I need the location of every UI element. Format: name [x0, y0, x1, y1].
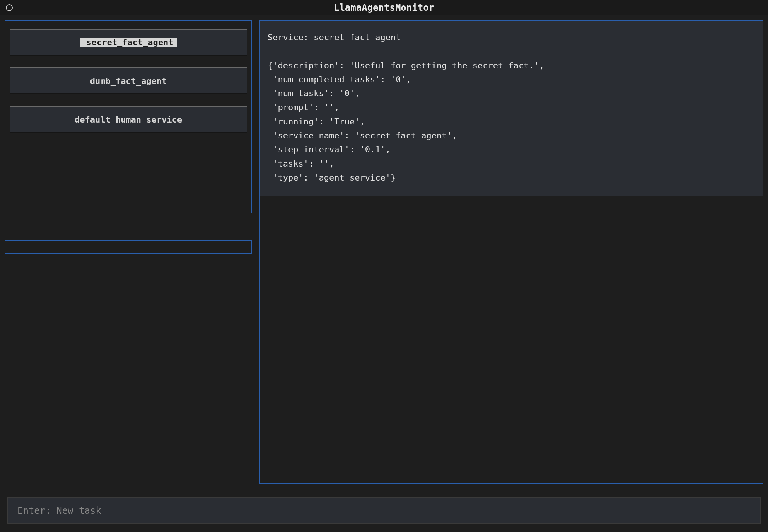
service-detail-body: {'description': 'Useful for getting the …	[268, 61, 544, 182]
service-detail: Service: secret_fact_agent {'description…	[260, 21, 763, 196]
service-label: secret_fact_agent	[80, 38, 176, 47]
new-task-input[interactable]: Enter: New task	[7, 497, 761, 524]
main-content: secret_fact_agent dumb_fact_agent defaul…	[0, 15, 768, 484]
titlebar: LlamaAgentsMonitor	[0, 0, 768, 15]
service-item-secret-fact-agent[interactable]: secret_fact_agent	[10, 29, 247, 56]
left-panel: secret_fact_agent dumb_fact_agent defaul…	[5, 20, 252, 484]
input-area: Enter: New task	[0, 484, 768, 532]
service-item-default-human-service[interactable]: default_human_service	[10, 106, 247, 133]
input-placeholder: Enter: New task	[17, 505, 101, 516]
services-list: secret_fact_agent dumb_fact_agent defaul…	[5, 20, 252, 213]
service-item-dumb-fact-agent[interactable]: dumb_fact_agent	[10, 67, 247, 94]
tasks-box	[5, 240, 252, 254]
service-label: dumb_fact_agent	[90, 76, 167, 86]
service-detail-header: Service: secret_fact_agent	[268, 32, 401, 42]
app-title: LlamaAgentsMonitor	[334, 2, 434, 13]
service-label: default_human_service	[75, 115, 182, 124]
window-indicator-icon	[6, 4, 13, 11]
detail-panel: Service: secret_fact_agent {'description…	[259, 20, 763, 484]
